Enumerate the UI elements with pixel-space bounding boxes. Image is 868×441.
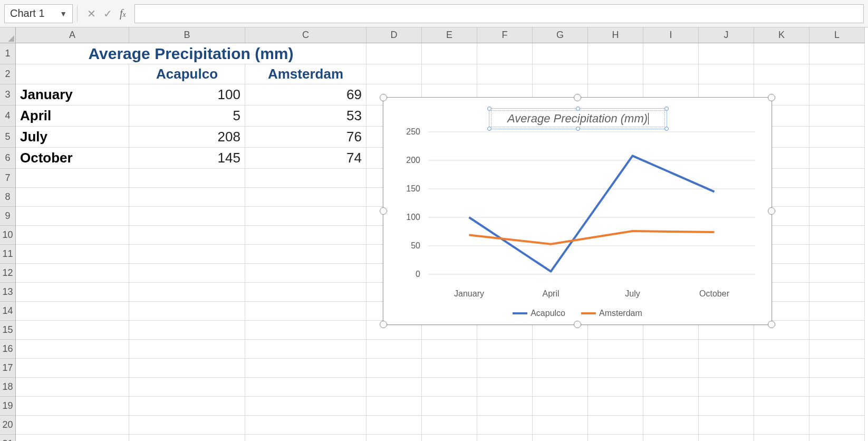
col-header-E[interactable]: E	[422, 27, 477, 43]
row-header-1[interactable]: 1	[0, 43, 16, 64]
cell-L8[interactable]	[809, 188, 865, 207]
cell-B6[interactable]: 145	[129, 148, 245, 169]
cell-A18[interactable]	[16, 378, 129, 397]
row-header-9[interactable]: 9	[0, 207, 16, 226]
cell-B9[interactable]	[129, 207, 245, 226]
row-header-3[interactable]: 3	[0, 84, 16, 106]
cell-C7[interactable]	[245, 169, 367, 188]
cell-D2[interactable]	[367, 64, 422, 84]
cell-E21[interactable]	[422, 435, 477, 441]
row-header-13[interactable]: 13	[0, 283, 16, 302]
cell-C15[interactable]	[245, 321, 367, 340]
cell-L19[interactable]	[809, 397, 865, 416]
row-header-15[interactable]: 15	[0, 321, 16, 340]
resize-handle-tr[interactable]	[768, 94, 775, 101]
row-header-14[interactable]: 14	[0, 302, 16, 321]
cell-I21[interactable]	[643, 435, 699, 441]
cell-C6[interactable]: 74	[245, 148, 367, 169]
cell-L9[interactable]	[809, 207, 865, 226]
cell-C3[interactable]: 69	[245, 84, 367, 106]
cell-D16[interactable]	[367, 340, 422, 359]
chart-legend[interactable]: Acapulco Amsterdam	[383, 309, 771, 318]
cell-E17[interactable]	[422, 359, 477, 378]
cell-J1[interactable]	[699, 43, 754, 64]
cell-A17[interactable]	[16, 359, 129, 378]
cell-C17[interactable]	[245, 359, 367, 378]
cell-A20[interactable]	[16, 416, 129, 435]
cell-A4[interactable]: April	[16, 106, 129, 127]
cell-A13[interactable]	[16, 283, 129, 302]
cell-G21[interactable]	[533, 435, 588, 441]
cell-C10[interactable]	[245, 226, 367, 245]
cell-I17[interactable]	[643, 359, 699, 378]
cell-E1[interactable]	[422, 43, 477, 64]
cell-J19[interactable]	[699, 397, 754, 416]
cell-J21[interactable]	[699, 435, 754, 441]
cell-D20[interactable]	[367, 416, 422, 435]
cell-H19[interactable]	[588, 397, 643, 416]
cell-A10[interactable]	[16, 226, 129, 245]
resize-handle-tl[interactable]	[380, 94, 387, 101]
cell-G16[interactable]	[533, 340, 588, 359]
cell-L6[interactable]	[809, 148, 865, 169]
title-handle[interactable]	[664, 127, 669, 131]
row-header-12[interactable]: 12	[0, 264, 16, 283]
row-header-10[interactable]: 10	[0, 226, 16, 245]
cell-B7[interactable]	[129, 169, 245, 188]
row-header-5[interactable]: 5	[0, 127, 16, 148]
enter-icon[interactable]: ✓	[103, 7, 112, 20]
cell-B17[interactable]	[129, 359, 245, 378]
resize-handle-br[interactable]	[768, 321, 775, 328]
row-header-8[interactable]: 8	[0, 188, 16, 207]
legend-item-amsterdam[interactable]: Amsterdam	[581, 309, 642, 318]
cell-B8[interactable]	[129, 188, 245, 207]
cell-A3[interactable]: January	[16, 84, 129, 106]
cell-K19[interactable]	[754, 397, 809, 416]
resize-handle-mb[interactable]	[574, 321, 581, 328]
col-header-G[interactable]: G	[533, 27, 588, 43]
cell-A19[interactable]	[16, 397, 129, 416]
cell-I16[interactable]	[643, 340, 699, 359]
select-all-corner[interactable]	[0, 27, 16, 43]
cell-C2[interactable]: Amsterdam	[245, 64, 367, 84]
cell-A21[interactable]	[16, 435, 129, 441]
cell-C20[interactable]	[245, 416, 367, 435]
legend-item-acapulco[interactable]: Acapulco	[513, 309, 565, 318]
row-header-19[interactable]: 19	[0, 397, 16, 416]
col-header-K[interactable]: K	[754, 27, 809, 43]
cell-J17[interactable]	[699, 359, 754, 378]
cell-L21[interactable]	[809, 435, 865, 441]
worksheet-grid[interactable]: A B C D E F G H I J K L 1 Average Precip…	[0, 27, 868, 441]
cell-K20[interactable]	[754, 416, 809, 435]
col-header-J[interactable]: J	[699, 27, 754, 43]
cell-H2[interactable]	[588, 64, 643, 84]
cell-D1[interactable]	[367, 43, 422, 64]
cell-J16[interactable]	[699, 340, 754, 359]
resize-handle-ml[interactable]	[380, 207, 387, 215]
cell-B21[interactable]	[129, 435, 245, 441]
cell-L13[interactable]	[809, 283, 865, 302]
cell-A14[interactable]	[16, 302, 129, 321]
cell-L11[interactable]	[809, 245, 865, 264]
cell-D17[interactable]	[367, 359, 422, 378]
row-header-21[interactable]: 21	[0, 435, 16, 441]
cell-K18[interactable]	[754, 378, 809, 397]
resize-handle-mt[interactable]	[574, 94, 581, 101]
cell-A15[interactable]	[16, 321, 129, 340]
row-header-11[interactable]: 11	[0, 245, 16, 264]
cell-B10[interactable]	[129, 226, 245, 245]
chart-object[interactable]: Average Precipitation (mm) 0501001502002…	[383, 97, 772, 325]
cell-C16[interactable]	[245, 340, 367, 359]
cell-L5[interactable]	[809, 127, 865, 148]
col-header-L[interactable]: L	[809, 27, 865, 43]
cell-K2[interactable]	[754, 64, 809, 84]
cell-B3[interactable]: 100	[129, 84, 245, 106]
cell-C14[interactable]	[245, 302, 367, 321]
cell-L20[interactable]	[809, 416, 865, 435]
cell-B16[interactable]	[129, 340, 245, 359]
cell-A5[interactable]: July	[16, 127, 129, 148]
col-header-B[interactable]: B	[129, 27, 245, 43]
cell-C11[interactable]	[245, 245, 367, 264]
row-header-4[interactable]: 4	[0, 106, 16, 127]
row-header-7[interactable]: 7	[0, 169, 16, 188]
